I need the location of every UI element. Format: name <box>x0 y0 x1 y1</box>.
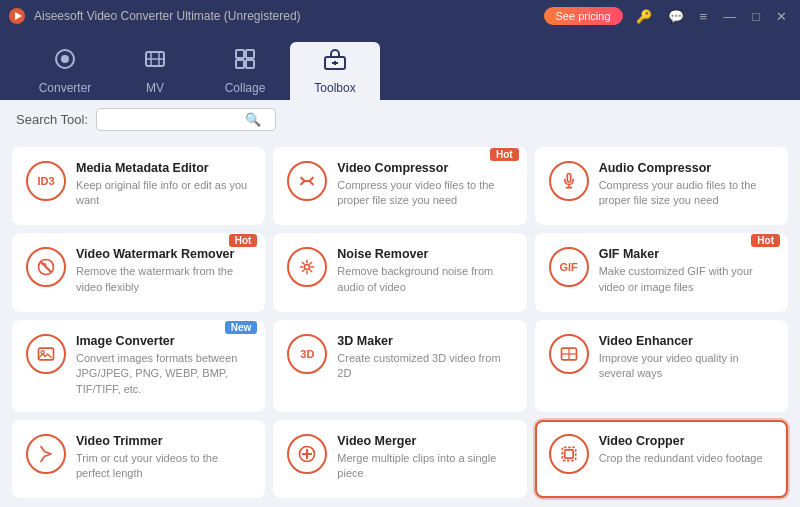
tool-title-video-trimmer: Video Trimmer <box>76 434 251 448</box>
svg-rect-10 <box>236 60 244 68</box>
tab-toolbox[interactable]: Toolbox <box>290 42 380 100</box>
pricing-button[interactable]: See pricing <box>544 7 623 25</box>
tool-title-gif-maker: GIF Maker <box>599 247 774 261</box>
tool-card-noise-remover[interactable]: Noise Remover Remove background noise fr… <box>273 233 526 311</box>
tool-title-image-converter: Image Converter <box>76 334 251 348</box>
tool-desc-video-cropper: Crop the redundant video footage <box>599 451 774 466</box>
tool-card-video-merger[interactable]: Video Merger Merge multiple clips into a… <box>273 420 526 498</box>
tool-icon-media-metadata-editor: ID3 <box>26 161 66 201</box>
tool-desc-video-watermark-remover: Remove the watermark from the video flex… <box>76 264 251 295</box>
tab-mv-label: MV <box>146 81 164 95</box>
tool-icon-video-cropper <box>549 434 589 474</box>
tab-mv[interactable]: MV <box>110 42 200 100</box>
tool-text-gif-maker: GIF Maker Make customized GIF with your … <box>599 247 774 295</box>
badge-video-compressor: Hot <box>490 148 519 161</box>
tool-icon-gif-maker: GIF <box>549 247 589 287</box>
search-label: Search Tool: <box>16 112 88 127</box>
tool-text-video-trimmer: Video Trimmer Trim or cut your videos to… <box>76 434 251 482</box>
tool-desc-audio-compressor: Compress your audio files to the proper … <box>599 178 774 209</box>
minimize-button[interactable]: — <box>718 7 741 26</box>
key-icon[interactable]: 🔑 <box>631 7 657 26</box>
collage-icon <box>233 47 257 77</box>
tool-title-video-cropper: Video Cropper <box>599 434 774 448</box>
tool-title-3d-maker: 3D Maker <box>337 334 512 348</box>
tool-card-audio-compressor[interactable]: Audio Compressor Compress your audio fil… <box>535 147 788 225</box>
tool-desc-video-enhancer: Improve your video quality in several wa… <box>599 351 774 382</box>
tab-toolbox-label: Toolbox <box>314 81 355 95</box>
tool-title-video-enhancer: Video Enhancer <box>599 334 774 348</box>
tool-desc-video-merger: Merge multiple clips into a single piece <box>337 451 512 482</box>
tool-card-video-watermark-remover[interactable]: Hot Video Watermark Remover Remove the w… <box>12 233 265 311</box>
mv-icon <box>143 47 167 77</box>
menu-icon[interactable]: ≡ <box>695 7 713 26</box>
tool-desc-gif-maker: Make customized GIF with your video or i… <box>599 264 774 295</box>
svg-rect-28 <box>564 449 572 457</box>
tool-icon-audio-compressor <box>549 161 589 201</box>
tool-text-video-watermark-remover: Video Watermark Remover Remove the water… <box>76 247 251 295</box>
tool-title-noise-remover: Noise Remover <box>337 247 512 261</box>
tool-card-video-cropper[interactable]: Video Cropper Crop the redundant video f… <box>535 420 788 498</box>
svg-line-17 <box>40 262 52 274</box>
svg-point-18 <box>305 265 310 270</box>
tool-icon-video-compressor <box>287 161 327 201</box>
tab-converter-label: Converter <box>39 81 92 95</box>
badge-image-converter: New <box>225 321 258 334</box>
search-bar: Search Tool: 🔍 <box>0 100 800 139</box>
tool-desc-video-trimmer: Trim or cut your videos to the perfect l… <box>76 451 251 482</box>
tool-text-video-enhancer: Video Enhancer Improve your video qualit… <box>599 334 774 382</box>
tab-collage[interactable]: Collage <box>200 42 290 100</box>
chat-icon[interactable]: 💬 <box>663 7 689 26</box>
tool-desc-noise-remover: Remove background noise from audio of vi… <box>337 264 512 295</box>
tool-card-image-converter[interactable]: New Image Converter Convert images forma… <box>12 320 265 412</box>
tool-title-video-merger: Video Merger <box>337 434 512 448</box>
tool-text-3d-maker: 3D Maker Create customized 3D video from… <box>337 334 512 382</box>
title-bar: Aiseesoft Video Converter Ultimate (Unre… <box>0 0 800 32</box>
badge-video-watermark-remover: Hot <box>229 234 258 247</box>
tab-navigation: Converter MV Collage <box>0 32 800 100</box>
tool-card-media-metadata-editor[interactable]: ID3 Media Metadata Editor Keep original … <box>12 147 265 225</box>
search-icon[interactable]: 🔍 <box>245 112 261 127</box>
search-input[interactable] <box>105 113 245 127</box>
tool-text-video-compressor: Video Compressor Compress your video fil… <box>337 161 512 209</box>
tool-desc-video-compressor: Compress your video files to the proper … <box>337 178 512 209</box>
converter-icon <box>53 47 77 77</box>
svg-rect-11 <box>246 60 254 68</box>
tool-icon-image-converter <box>26 334 66 374</box>
toolbox-icon <box>323 47 347 77</box>
tool-text-media-metadata-editor: Media Metadata Editor Keep original file… <box>76 161 251 209</box>
tools-grid: ID3 Media Metadata Editor Keep original … <box>0 139 800 506</box>
tool-card-video-enhancer[interactable]: Video Enhancer Improve your video qualit… <box>535 320 788 412</box>
tool-card-3d-maker[interactable]: 3D 3D Maker Create customized 3D video f… <box>273 320 526 412</box>
tool-icon-noise-remover <box>287 247 327 287</box>
app-title: Aiseesoft Video Converter Ultimate (Unre… <box>34 9 544 23</box>
tool-text-noise-remover: Noise Remover Remove background noise fr… <box>337 247 512 295</box>
tool-title-video-compressor: Video Compressor <box>337 161 512 175</box>
tool-icon-video-merger <box>287 434 327 474</box>
maximize-button[interactable]: □ <box>747 7 765 26</box>
tab-converter[interactable]: Converter <box>20 42 110 100</box>
app-logo <box>8 7 26 25</box>
badge-gif-maker: Hot <box>751 234 780 247</box>
tool-text-video-cropper: Video Cropper Crop the redundant video f… <box>599 434 774 466</box>
tab-collage-label: Collage <box>225 81 266 95</box>
tool-icon-video-watermark-remover <box>26 247 66 287</box>
tool-icon-video-enhancer <box>549 334 589 374</box>
svg-rect-15 <box>567 174 570 182</box>
svg-point-3 <box>61 55 69 63</box>
tool-icon-video-trimmer <box>26 434 66 474</box>
tool-title-audio-compressor: Audio Compressor <box>599 161 774 175</box>
tool-card-gif-maker[interactable]: Hot GIF GIF Maker Make customized GIF wi… <box>535 233 788 311</box>
close-button[interactable]: ✕ <box>771 7 792 26</box>
tool-text-video-merger: Video Merger Merge multiple clips into a… <box>337 434 512 482</box>
tool-text-audio-compressor: Audio Compressor Compress your audio fil… <box>599 161 774 209</box>
tool-desc-media-metadata-editor: Keep original file info or edit as you w… <box>76 178 251 209</box>
tool-title-video-watermark-remover: Video Watermark Remover <box>76 247 251 261</box>
tool-text-image-converter: Image Converter Convert images formats b… <box>76 334 251 397</box>
svg-rect-9 <box>246 50 254 58</box>
tool-card-video-compressor[interactable]: Hot Video Compressor Compress your video… <box>273 147 526 225</box>
tool-card-video-trimmer[interactable]: Video Trimmer Trim or cut your videos to… <box>12 420 265 498</box>
svg-rect-8 <box>236 50 244 58</box>
tool-title-media-metadata-editor: Media Metadata Editor <box>76 161 251 175</box>
tool-desc-image-converter: Convert images formats between JPG/JPEG,… <box>76 351 251 397</box>
search-input-wrap: 🔍 <box>96 108 276 131</box>
